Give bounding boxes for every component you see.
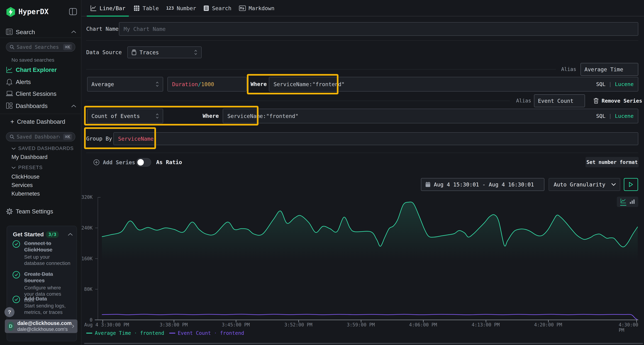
alias-label: Alias [516, 94, 531, 107]
sidebar-item-client-sessions[interactable]: Client Sessions [16, 90, 56, 97]
sidebar-item-kubernetes[interactable]: Kubernetes [12, 191, 40, 197]
tab-line-bar[interactable]: Line/Bar [87, 0, 129, 16]
sidebar-item-chart-explorer[interactable]: Chart Explorer [16, 66, 57, 73]
search-icon [10, 134, 14, 139]
as-ratio-label: As Ratio [156, 157, 182, 167]
tab-search[interactable]: Search [203, 0, 232, 16]
saved-searches-input[interactable] [17, 44, 60, 50]
select-chevrons-icon [156, 81, 159, 87]
divider [0, 37, 82, 38]
chevron-right-icon [72, 323, 74, 329]
sidebar-item-services[interactable]: Services [12, 182, 33, 188]
saved-dashboards-group-header[interactable]: SAVED DASHBOARDS [12, 146, 74, 151]
alerts-bell-icon [6, 78, 13, 86]
lucene-toggle[interactable]: Lucene [615, 81, 634, 87]
sidebar-item-team-settings[interactable]: Team Settings [16, 208, 53, 215]
shortcut-badge: ⌘K [63, 44, 72, 50]
average-time-area [102, 202, 638, 320]
saved-dashboards-input[interactable] [17, 134, 60, 140]
search-section-icon [6, 28, 13, 36]
series-2-alias-field[interactable]: Event Count [534, 94, 585, 107]
x-tick-label: 4:06:00 PM [409, 322, 437, 328]
remove-series-button[interactable]: Remove Series [593, 94, 642, 107]
date-range-picker[interactable]: Aug 4 15:30:01 - Aug 4 16:30:01 [421, 178, 544, 191]
sidebar-item-clickhouse[interactable]: ClickHouse [12, 174, 40, 180]
divider [86, 101, 510, 101]
as-ratio-toggle[interactable] [136, 158, 151, 167]
check-circle-icon [12, 296, 20, 303]
series-2-where-input[interactable]: ServiceName:"frontend" SQL | Lucene [223, 109, 638, 123]
chart-name-field[interactable] [119, 22, 638, 36]
tab-number[interactable]: 123 Number [166, 0, 197, 16]
timeseries-chart[interactable] [95, 197, 638, 320]
set-number-format-button[interactable]: Set number format [586, 157, 639, 167]
markdown-icon [239, 5, 246, 11]
table-icon [134, 5, 140, 11]
legend-item-average-time[interactable]: Average Time · frontend [95, 330, 164, 336]
main-panel: Line/Bar Table 123 Number Search [82, 0, 644, 345]
toggle-knob [138, 159, 144, 166]
chevron-down-icon [12, 147, 16, 150]
data-source-select[interactable]: Traces [127, 46, 202, 58]
sql-toggle[interactable]: SQL [596, 113, 605, 119]
y-tick-label: 160K [82, 256, 92, 261]
user-menu[interactable]: D dale@clickhouse.com dale@clickhouse.co… [5, 320, 78, 333]
x-tick-label: 4:20:00 PM [534, 322, 562, 328]
series-2-aggregation-select[interactable]: Count of Events [87, 109, 163, 123]
chart-name-input[interactable] [119, 26, 638, 32]
hyperdx-logo-icon [6, 7, 16, 18]
chart-legend: Average Time · frontend Event Count · fr… [86, 330, 244, 336]
get-started-collapse-icon[interactable] [68, 233, 73, 237]
user-email: dale@clickhouse.com [17, 320, 72, 327]
y-tick-label: 0 [82, 317, 92, 323]
series-1-field-input[interactable]: Duration/1000 [168, 77, 247, 91]
get-started-item[interactable]: Connect to ClickHouse Set up your databa… [12, 240, 72, 267]
tab-markdown[interactable]: Markdown [239, 0, 274, 16]
series-1-aggregation-select[interactable]: Average [87, 77, 163, 91]
sidebar-item-my-dashboard[interactable]: My Dashboard [12, 154, 48, 160]
create-dashboard-button[interactable]: + Create Dashboard [10, 118, 65, 125]
sidebar-item-alerts[interactable]: Alerts [16, 79, 31, 85]
select-chevrons-icon [156, 113, 159, 119]
client-sessions-laptop-icon [6, 90, 13, 98]
group-by-input[interactable]: ServiceName [114, 132, 638, 145]
number-123-icon: 123 [166, 6, 174, 11]
run-query-button[interactable] [624, 178, 638, 191]
sidebar-item-dashboards[interactable]: Dashboards [16, 103, 48, 109]
trash-icon [593, 98, 599, 104]
plus-circle-icon [93, 159, 100, 166]
sidebar-section-search[interactable]: Search [16, 28, 35, 35]
add-series-button[interactable]: Add Series [93, 157, 135, 167]
saved-searches-searchbox[interactable]: ⌘K [6, 42, 75, 52]
divider [86, 153, 638, 153]
horizontal-scrollbar[interactable] [84, 343, 643, 344]
search-icon [10, 44, 14, 49]
gear-icon [6, 208, 13, 216]
series-1-alias-field[interactable]: Average Time [580, 63, 638, 76]
avatar: D [7, 322, 14, 331]
divider [0, 114, 82, 114]
tab-table[interactable]: Table [133, 0, 159, 16]
y-tick-label: 80K [82, 287, 92, 292]
help-button[interactable]: ? [4, 307, 14, 317]
x-tick-label: 3:45:00 PM [222, 322, 250, 328]
collapse-sidebar-icon[interactable] [69, 7, 77, 16]
divider [86, 40, 638, 41]
check-circle-icon [12, 271, 20, 279]
lucene-toggle[interactable]: Lucene [615, 113, 634, 119]
legend-item-event-count[interactable]: Event Count · frontend [178, 330, 244, 336]
series-1-where-input[interactable]: ServiceName:"frontend" SQL | Lucene [269, 77, 638, 91]
calendar-icon [425, 182, 430, 187]
chart-type-tabbar: Line/Bar Table 123 Number Search [82, 0, 644, 16]
where-label: Where [250, 77, 268, 91]
get-started-item[interactable]: Add Data Start sending logs, metrics, or… [12, 296, 72, 316]
granularity-select[interactable]: Auto Granularity [549, 178, 620, 191]
y-tick-label: 320K [82, 195, 92, 200]
x-tick-label: 4:13:00 PM [472, 322, 500, 328]
search-section-collapse-icon[interactable] [71, 30, 76, 34]
saved-dashboards-searchbox[interactable]: ⌘K [6, 132, 75, 141]
chevron-down-icon [611, 183, 616, 186]
presets-group-header[interactable]: PRESETS [12, 165, 43, 170]
dashboards-collapse-icon[interactable] [71, 105, 76, 108]
sql-toggle[interactable]: SQL [596, 81, 605, 87]
